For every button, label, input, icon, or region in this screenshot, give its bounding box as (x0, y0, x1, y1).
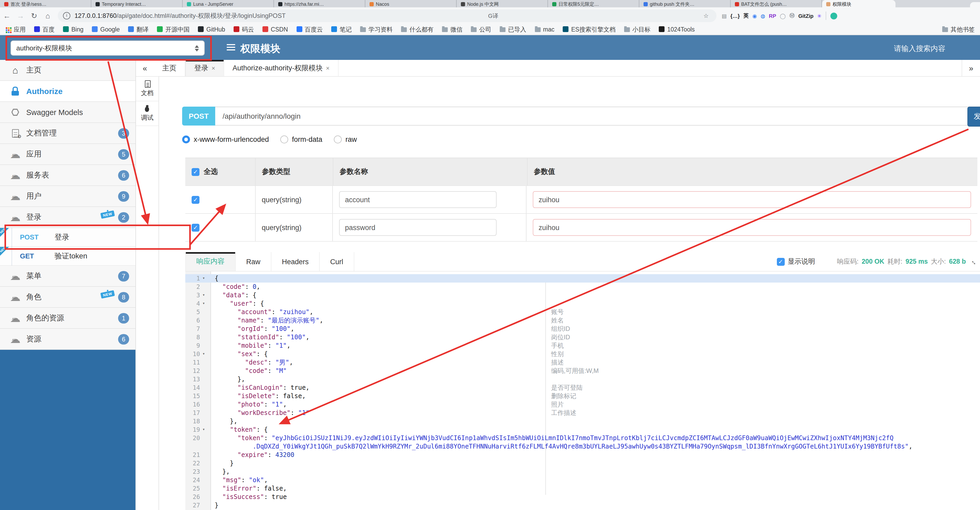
bookmark-item[interactable]: 应用 (5, 26, 26, 33)
bookmark-item[interactable]: 开源中国 (157, 26, 189, 33)
response-json-editor[interactable]: 1 ▾ { 2 ▾ "code": 0, (185, 271, 980, 510)
gutter[interactable]: 8 ▾ (185, 333, 210, 341)
body-type-radio[interactable]: raw (334, 135, 357, 143)
sidebar-operation[interactable]: NEW POST 登录 (0, 228, 135, 247)
bookmark-item[interactable]: 微信 (442, 26, 463, 33)
bookmark-item[interactable]: Bing (63, 26, 83, 33)
gutter[interactable]: 11 ▾ (185, 358, 210, 367)
extension-icon[interactable]: Ⓜ (789, 12, 795, 19)
document-tab[interactable]: Authorize-authority-权限模块 × (224, 60, 339, 76)
gutter[interactable]: 20 ▾ (185, 434, 210, 442)
gutter[interactable]: 22 ▾ (185, 459, 210, 467)
sidebar-item[interactable]: 主页 NEW (0, 60, 135, 81)
gutter[interactable]: ▾ (185, 442, 210, 451)
extension-icon[interactable]: 英 (743, 12, 749, 19)
sidebar-item[interactable]: 应用 NEW 5 (0, 144, 135, 165)
bookmark-item[interactable]: 翻译 (128, 26, 148, 33)
gutter[interactable]: 12 ▾ (185, 367, 210, 375)
bookmark-item[interactable]: 百度 (34, 26, 54, 33)
show-description-checkbox[interactable]: ✓ (776, 258, 784, 266)
reload-button[interactable]: ↻ (27, 10, 41, 22)
browser-tab[interactable]: https://zha.far.mi… (274, 0, 365, 7)
view-tab[interactable]: 文档 (136, 76, 159, 101)
back-button[interactable]: ← (0, 10, 14, 22)
bookmark-item[interactable]: 1024Tools (659, 26, 695, 33)
response-tab[interactable]: Headers (271, 252, 320, 271)
row-checkbox[interactable]: ✓ (192, 196, 199, 204)
bookmark-item[interactable]: 什么都有 (401, 26, 434, 33)
gutter[interactable]: 13 ▾ (185, 375, 210, 383)
gutter[interactable]: 21 ▾ (185, 451, 210, 459)
fold-arrow-icon[interactable]: ▾ (200, 291, 207, 300)
browser-tab[interactable]: BAT文件怎么 (push… (731, 0, 822, 7)
fold-arrow-icon[interactable]: ▾ (200, 274, 207, 282)
collapse-tabs-icon[interactable]: « (136, 60, 154, 76)
gutter[interactable]: 15 ▾ (185, 392, 210, 400)
scroll-tabs-icon[interactable]: » (962, 60, 980, 76)
radio-icon[interactable] (280, 135, 288, 143)
param-name-input[interactable] (339, 191, 496, 208)
select-all-checkbox[interactable]: ✓ (192, 168, 199, 176)
close-tab-icon[interactable]: × (326, 64, 329, 72)
sidebar-item[interactable]: 角色的资源 NEW 1 (0, 308, 135, 329)
fullscreen-icon[interactable]: ↔ (969, 256, 980, 267)
bookmark-star-icon[interactable]: ☆ (701, 12, 711, 19)
sidebar-item[interactable]: Swagger Models NEW (0, 102, 135, 123)
sidebar-item[interactable]: 菜单 NEW 7 (0, 266, 135, 287)
bookmark-item[interactable]: 小目标 (624, 26, 651, 33)
gutter[interactable]: 26 ▾ (185, 492, 210, 501)
browser-tab-active[interactable]: 权限模块 (822, 0, 896, 7)
sidebar-item[interactable]: 文档管理 NEW 3 (0, 123, 135, 144)
bookmark-item[interactable]: 学习资料 (360, 26, 393, 33)
gutter[interactable]: 19 ▾ (185, 426, 210, 434)
sidebar-item[interactable]: 用户 NEW 9 (0, 186, 135, 207)
address-bar[interactable]: i 127.0.0.1:8760/api/gate/doc.html#/auth… (58, 10, 716, 22)
fold-arrow-icon[interactable]: ▾ (200, 426, 207, 434)
module-select[interactable]: authority-权限模块 (11, 40, 205, 56)
bookmark-item[interactable]: mac (535, 26, 554, 33)
gutter[interactable]: 1 ▾ (185, 274, 210, 282)
response-tab[interactable]: 响应内容 (185, 252, 236, 271)
bookmark-item[interactable]: ES搜索引擎文档 (563, 26, 616, 33)
gutter[interactable]: 18 ▾ (185, 417, 210, 426)
bookmark-item[interactable]: 公司 (471, 26, 491, 33)
bookmark-item[interactable]: 码云 (234, 26, 254, 33)
param-value-input[interactable] (533, 219, 971, 236)
extension-icon[interactable]: {…} (730, 13, 740, 19)
extension-icon[interactable]: ◯ (780, 13, 786, 19)
send-button[interactable]: 发 (967, 107, 980, 127)
view-tab[interactable]: 调试 (136, 101, 159, 126)
gutter[interactable]: 23 ▾ (185, 467, 210, 476)
bookmark-other-folder[interactable]: 其他书签 (942, 26, 975, 33)
gutter[interactable]: 10 ▾ (185, 350, 210, 358)
gutter[interactable]: 4 ▾ (185, 300, 210, 308)
response-tab[interactable]: Curl (320, 252, 354, 271)
radio-icon[interactable] (182, 135, 190, 143)
row-checkbox[interactable]: ✓ (192, 223, 199, 231)
fold-arrow-icon[interactable]: ▾ (200, 300, 207, 308)
profile-avatar[interactable] (830, 12, 837, 19)
document-tab[interactable]: 登录 × (185, 60, 224, 76)
browser-tab[interactable]: 日常权限5元限定… (548, 0, 640, 7)
browser-tab[interactable]: Luna - JumpServer (183, 0, 274, 7)
gutter[interactable]: 17 ▾ (185, 409, 210, 417)
site-info-icon[interactable]: i (63, 12, 70, 19)
document-tab[interactable]: 主页 (154, 60, 185, 76)
gutter[interactable]: 16 ▾ (185, 400, 210, 409)
gutter[interactable]: 25 ▾ (185, 484, 210, 492)
gutter[interactable]: 6 ▾ (185, 316, 210, 325)
browser-tab[interactable]: Nacos (365, 0, 457, 7)
gutter[interactable]: 5 ▾ (185, 308, 210, 316)
gutter[interactable]: 27 ▾ (185, 501, 210, 510)
extension-icon[interactable]: ◉ (752, 13, 757, 19)
sidebar-operation[interactable]: NEW GET 验证token (0, 247, 135, 266)
gutter[interactable]: 3 ▾ (185, 291, 210, 300)
browser-tab[interactable]: 首次 登录/sess… (0, 0, 91, 7)
gutter[interactable]: 14 ▾ (185, 383, 210, 392)
extension-icon[interactable]: ◍ (760, 13, 765, 19)
extension-icon[interactable]: ✳ (817, 13, 821, 19)
bookmark-item[interactable]: 已导入 (500, 26, 526, 33)
sidebar-item[interactable]: 登录 NEW 2 (0, 207, 135, 228)
gutter[interactable]: 24 ▾ (185, 476, 210, 484)
extension-icon[interactable]: RP (769, 13, 776, 19)
